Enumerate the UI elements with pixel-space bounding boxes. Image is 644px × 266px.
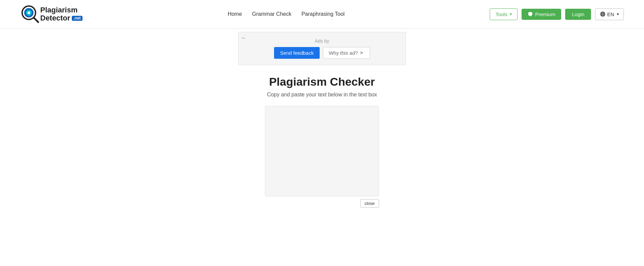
page-title: Plagiarism Checker — [269, 75, 375, 88]
lang-dropdown-icon: ▾ — [617, 12, 619, 16]
premium-button[interactable]: Premium — [522, 9, 561, 20]
logo-plagiarism: Plagiarism — [40, 6, 83, 14]
lang-label: EN — [607, 11, 614, 17]
nav-link-home[interactable]: Home — [228, 11, 242, 17]
ad-banner-container: ← Ads by Send feedback Why this ad? — [0, 29, 644, 65]
why-ad-label: Why this ad? — [329, 50, 358, 56]
close-btn-container: close — [265, 199, 379, 208]
logo-icon — [20, 4, 40, 24]
ad-buttons: Send feedback Why this ad? — [245, 47, 399, 59]
login-button[interactable]: Login — [565, 9, 591, 20]
logo-text: Plagiarism Detector .net — [40, 6, 83, 22]
tools-dropdown-icon: ▾ — [510, 12, 512, 16]
nav-actions: Tools ▾ Premium Login EN ▾ — [490, 8, 624, 20]
tools-button[interactable]: Tools ▾ — [490, 8, 518, 20]
page-subtitle: Copy and paste your text below in the te… — [267, 92, 377, 98]
send-feedback-button[interactable]: Send feedback — [274, 47, 320, 59]
premium-label: Premium — [535, 11, 555, 17]
svg-point-3 — [28, 11, 30, 14]
ad-banner: ← Ads by Send feedback Why this ad? — [238, 32, 406, 65]
nav-links: Home Grammar Check Paraphrasing Tool — [228, 11, 345, 17]
ad-close-arrow: ← — [241, 35, 247, 41]
text-input-area[interactable] — [265, 106, 379, 196]
svg-line-4 — [34, 18, 38, 22]
login-label: Login — [572, 11, 584, 17]
nav-link-paraphrasing-tool[interactable]: Paraphrasing Tool — [302, 11, 345, 17]
language-button[interactable]: EN ▾ — [595, 8, 624, 20]
why-this-ad-button[interactable]: Why this ad? — [323, 47, 370, 59]
why-ad-icon — [360, 51, 364, 55]
nav-link-grammar-check[interactable]: Grammar Check — [252, 11, 291, 17]
svg-marker-10 — [360, 51, 364, 54]
ads-by-text: Ads by — [245, 38, 399, 44]
ad-close-button[interactable]: ← — [241, 35, 247, 41]
main-content: Plagiarism Checker Copy and paste your t… — [0, 65, 644, 208]
navbar: Plagiarism Detector .net Home Grammar Ch… — [0, 0, 644, 29]
net-badge: .net — [72, 16, 82, 21]
close-button[interactable]: close — [360, 199, 379, 208]
shield-icon — [528, 11, 533, 17]
logo-detector: Detector .net — [40, 14, 83, 22]
tools-label: Tools — [495, 11, 507, 17]
logo: Plagiarism Detector .net — [20, 4, 83, 24]
globe-icon — [600, 11, 605, 17]
